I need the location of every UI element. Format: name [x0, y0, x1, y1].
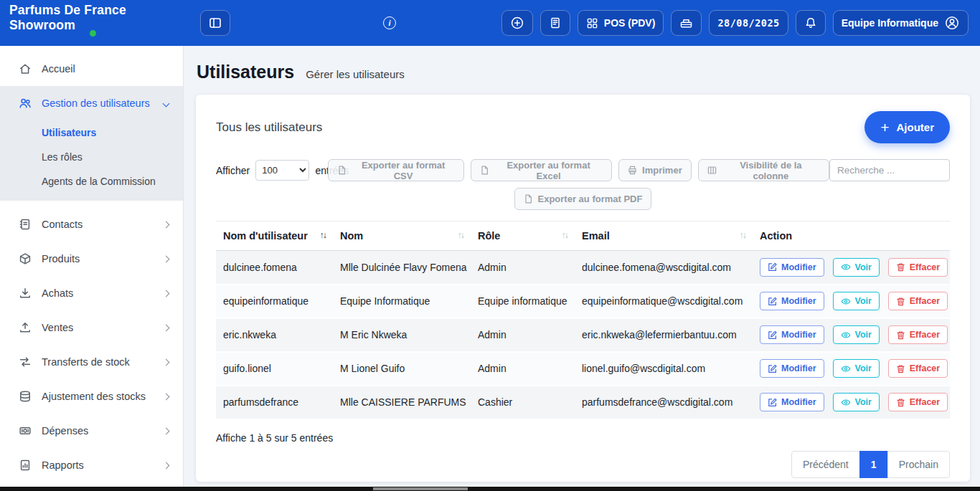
cell-name: M Lionel Guifo: [333, 352, 471, 386]
banknote-icon: [19, 424, 32, 437]
info-icon[interactable]: i: [383, 16, 396, 29]
delete-button[interactable]: Effacer: [888, 359, 948, 378]
sidebar-item-label: Ventes: [42, 322, 73, 333]
edit-button[interactable]: Modifier: [760, 325, 824, 344]
delete-button[interactable]: Effacer: [888, 258, 948, 277]
pagination-previous-button[interactable]: Précédent: [791, 451, 860, 478]
cell-username: dulcinee.fomena: [216, 251, 333, 285]
database-icon: [19, 390, 32, 403]
sidebar-item-transferts-de-stock[interactable]: Transferts de stock: [0, 345, 183, 379]
view-button[interactable]: Voir: [833, 292, 880, 310]
chevron-right-icon: [163, 462, 170, 469]
column-header-email[interactable]: Email ↑↓: [575, 221, 753, 251]
export-excel-button[interactable]: Exporter au format Excel: [471, 159, 612, 181]
trash-icon: [896, 398, 905, 407]
cell-email: parfumsdefrance@wscdigital.com: [575, 386, 753, 419]
bottom-scrollbar-thumb[interactable]: [373, 487, 468, 490]
sidebar-item-label: Accueil: [42, 63, 75, 75]
pagination: Précédent 1 Prochain: [216, 451, 950, 478]
delete-button-label: Effacer: [910, 330, 940, 340]
sidebar-item-achats[interactable]: Achats: [0, 276, 183, 310]
cash-register-button[interactable]: [671, 10, 702, 36]
sidebar-item-accueil[interactable]: Accueil: [0, 52, 183, 86]
online-status-dot: [90, 30, 96, 37]
sort-icon: ↑↓: [740, 230, 746, 240]
export-pdf-button[interactable]: Exporter au format PDF: [514, 188, 652, 210]
entries-per-page-select[interactable]: 100: [255, 160, 309, 181]
chevron-down-icon: [163, 100, 170, 107]
receipt-button[interactable]: [540, 10, 570, 36]
edit-button-label: Modifier: [781, 363, 816, 373]
receipt-icon: [549, 16, 562, 29]
view-button-label: Voir: [855, 262, 872, 272]
edit-button[interactable]: Modifier: [760, 258, 824, 277]
export-pdf-label: Exporter au format PDF: [538, 194, 643, 204]
delete-button[interactable]: Effacer: [888, 325, 948, 344]
chevron-right-icon: [163, 393, 170, 400]
sidebar-item-rapports[interactable]: Rapports: [0, 448, 183, 482]
sidebar-subitem-label: Agents de la Commission: [42, 176, 156, 187]
edit-button[interactable]: Modifier: [760, 292, 824, 310]
column-header-username[interactable]: Nom d'utilisateur ↑↓: [216, 221, 333, 251]
cell-name: Mlle Dulcinée Flavy Fomena: [333, 251, 471, 285]
search-input[interactable]: [829, 159, 950, 181]
cell-role: Admin: [471, 318, 575, 352]
delete-button-label: Effacer: [910, 397, 940, 407]
sidebar-item-gestion-des-utilisateurs[interactable]: Gestion des utilisateurs: [0, 86, 183, 120]
sidebar-item-contacts[interactable]: Contacts: [0, 207, 183, 242]
print-button[interactable]: Imprimer: [618, 159, 692, 181]
add-user-button[interactable]: + Ajouter: [864, 111, 950, 143]
delete-button[interactable]: Effacer: [888, 393, 948, 411]
sidebar-item-ventes[interactable]: Ventes: [0, 310, 183, 345]
printer-icon: [628, 166, 637, 175]
sidebar-item-depenses[interactable]: Dépenses: [0, 414, 183, 448]
view-button[interactable]: Voir: [833, 393, 880, 411]
view-button[interactable]: Voir: [833, 258, 880, 277]
sidebar-item-label: Rapports: [42, 459, 84, 471]
export-csv-button[interactable]: Exporter au format CSV: [328, 159, 464, 181]
view-button[interactable]: Voir: [833, 325, 880, 344]
cell-actions: Modifier Voir Effacer: [753, 352, 950, 386]
sidebar-subitem-label: Utilisateurs: [42, 127, 96, 138]
home-icon: [19, 62, 32, 75]
quick-add-button[interactable]: [501, 10, 533, 36]
view-button-label: Voir: [855, 397, 872, 407]
edit-button[interactable]: Modifier: [760, 393, 824, 411]
cell-actions: Modifier Voir Effacer: [753, 386, 950, 419]
sidebar-item-ajustement-des-stocks[interactable]: Ajustement des stocks: [0, 379, 183, 414]
upload-icon: [19, 321, 32, 334]
view-button[interactable]: Voir: [833, 359, 880, 378]
pagination-page-1-button[interactable]: 1: [859, 451, 888, 478]
user-circle-icon: [944, 15, 960, 31]
file-icon: [524, 194, 533, 204]
sidebar-item-label: Transferts de stock: [42, 356, 130, 368]
notifications-button[interactable]: [796, 10, 826, 36]
card-heading: Tous les utilisateurs: [216, 120, 322, 135]
column-visibility-button[interactable]: Visibilité de la colonne: [698, 159, 829, 181]
pos-button[interactable]: POS (PDV): [578, 10, 664, 36]
sidebar-subitem-agents-commission[interactable]: Agents de la Commission: [0, 169, 183, 194]
sidebar-item-produits[interactable]: Produits: [0, 242, 183, 276]
cell-username: parfumsdefrance: [216, 386, 333, 419]
report-chart-icon: [19, 459, 32, 472]
sidebar-toggle-button[interactable]: [200, 10, 230, 36]
sidebar-subitem-les-roles[interactable]: Les rôles: [0, 145, 183, 169]
column-header-role[interactable]: Rôle ↑↓: [471, 221, 575, 251]
date-button[interactable]: 28/08/2025: [709, 10, 788, 36]
pagination-next-button[interactable]: Prochain: [887, 451, 950, 478]
eye-icon: [841, 364, 851, 373]
delete-button[interactable]: Effacer: [888, 292, 948, 310]
sidebar-subitem-utilisateurs[interactable]: Utilisateurs: [0, 120, 183, 145]
cell-email: dulcinee.fomena@wscdigital.com: [575, 251, 753, 285]
user-menu-button[interactable]: Equipe Informatique: [833, 10, 969, 36]
eye-icon: [841, 330, 851, 340]
edit-button[interactable]: Modifier: [760, 359, 824, 378]
delete-button-label: Effacer: [910, 296, 940, 306]
column-header-name[interactable]: Nom ↑↓: [333, 221, 471, 251]
edit-button-label: Modifier: [781, 330, 816, 340]
export-csv-label: Exporter au format CSV: [352, 160, 455, 181]
pencil-icon: [768, 364, 777, 373]
sidebar-item-label: Dépenses: [42, 425, 88, 437]
sidebar-item-label: Ajustement des stocks: [42, 391, 146, 402]
chevron-right-icon: [163, 427, 170, 434]
